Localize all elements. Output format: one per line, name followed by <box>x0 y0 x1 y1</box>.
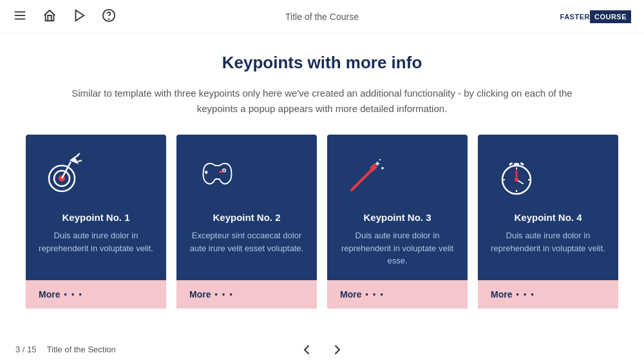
card-2-icon <box>189 150 241 202</box>
header: Title of the Course FASTER COURSE <box>0 0 644 33</box>
card-1: Keypoint No. 1 Duis aute irure dolor in … <box>26 135 166 309</box>
page-indicator: 3 / 15 <box>15 345 37 354</box>
next-button[interactable] <box>327 339 348 360</box>
help-icon[interactable] <box>102 8 116 25</box>
svg-rect-28 <box>509 162 513 166</box>
svg-rect-15 <box>206 171 207 175</box>
menu-icon[interactable] <box>13 8 27 25</box>
section-title: Title of the Section <box>47 345 116 354</box>
card-4-icon <box>491 150 542 202</box>
card-1-title: Keypoint No. 1 <box>39 212 153 223</box>
cards-container: Keypoint No. 1 Duis aute irure dolor in … <box>13 135 631 309</box>
svg-line-18 <box>352 168 374 190</box>
card-2-title: Keypoint No. 2 <box>189 212 304 223</box>
footer-info: 3 / 15 Title of the Section <box>15 345 116 354</box>
svg-rect-29 <box>520 162 524 166</box>
svg-point-16 <box>220 171 223 174</box>
page-title: Keypoints with more info <box>13 53 631 73</box>
card-2-body: Keypoint No. 2 Excepteur sint occaecat d… <box>176 135 317 280</box>
card-3-title: Keypoint No. 3 <box>340 212 455 223</box>
header-nav <box>13 8 116 25</box>
card-3-more-button[interactable]: More • • • <box>327 280 468 309</box>
svg-point-5 <box>109 19 109 19</box>
logo: FASTER COURSE <box>560 10 631 23</box>
card-3-text: Duis aute irure dolor in reprehenderit i… <box>340 229 455 267</box>
home-icon[interactable] <box>43 8 57 25</box>
card-2: Keypoint No. 2 Excepteur sint occaecat d… <box>176 135 317 309</box>
card-1-text: Duis aute irure dolor in reprehenderit i… <box>39 229 153 254</box>
footer: 3 / 15 Title of the Section <box>0 337 644 362</box>
card-2-more-button[interactable]: More • • • <box>176 280 317 309</box>
card-4-body: Keypoint No. 4 Duis aute irure dolor in … <box>478 135 618 280</box>
card-3: Keypoint No. 3 Duis aute irure dolor in … <box>327 135 468 309</box>
card-4-more-button[interactable]: More • • • <box>478 280 618 309</box>
course-title: Title of the Course <box>285 12 359 22</box>
logo-course: COURSE <box>590 10 631 23</box>
svg-point-36 <box>515 178 518 182</box>
card-4: Keypoint No. 4 Duis aute irure dolor in … <box>478 135 618 309</box>
card-4-text: Duis aute irure dolor in reprehenderit i… <box>491 229 605 254</box>
prev-button[interactable] <box>296 339 317 360</box>
logo-faster: FASTER <box>560 13 590 21</box>
svg-point-17 <box>223 169 226 172</box>
play-icon[interactable] <box>72 8 86 25</box>
page-description: Similar to template with three keypoints… <box>64 86 580 117</box>
svg-line-12 <box>77 160 82 162</box>
card-3-body: Keypoint No. 3 Duis aute irure dolor in … <box>327 135 468 280</box>
card-1-more-button[interactable]: More • • • <box>26 280 166 309</box>
card-3-icon <box>340 150 392 202</box>
card-2-text: Excepteur sint occaecat dolor aute irure… <box>189 229 304 254</box>
card-1-body: Keypoint No. 1 Duis aute irure dolor in … <box>26 135 166 280</box>
svg-marker-3 <box>76 10 84 21</box>
svg-rect-27 <box>514 163 519 166</box>
card-4-title: Keypoint No. 4 <box>491 212 605 223</box>
main-content: Keypoints with more info Similar to temp… <box>0 33 644 321</box>
footer-nav <box>296 339 348 360</box>
card-1-icon <box>39 150 90 202</box>
